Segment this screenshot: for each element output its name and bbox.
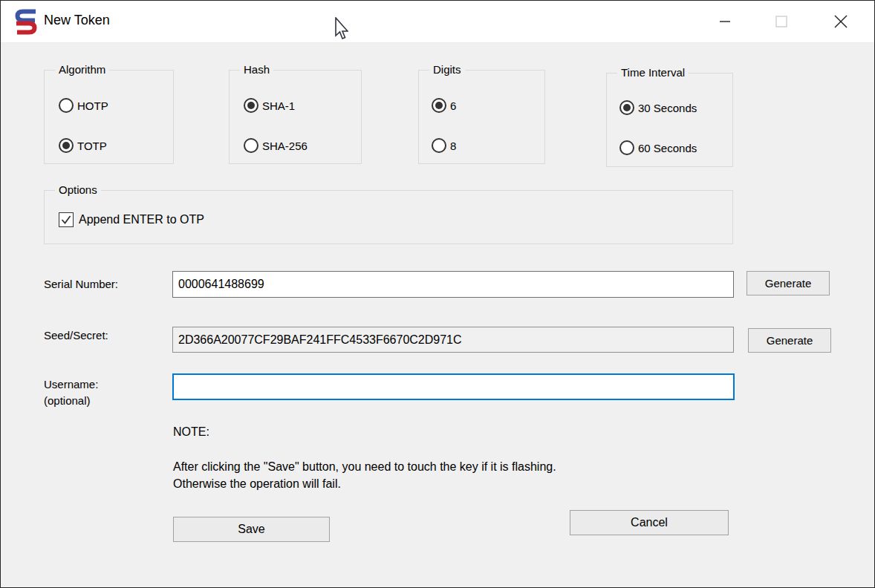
minimize-button[interactable] xyxy=(708,1,742,42)
radio-label-hotp: HOTP xyxy=(77,99,108,112)
app-logo-icon xyxy=(14,8,38,35)
serial-number-input[interactable] xyxy=(172,271,734,298)
options-group-label: Options xyxy=(55,183,101,196)
save-button[interactable]: Save xyxy=(173,517,330,542)
radio-circle-30-seconds xyxy=(619,100,634,115)
radio-label-digits-6: 6 xyxy=(450,99,456,112)
username-label: Username: xyxy=(44,378,98,391)
radio-hotp[interactable]: HOTP xyxy=(59,98,108,113)
checkbox-box xyxy=(59,212,74,227)
radio-label-30-seconds: 30 Seconds xyxy=(638,102,697,114)
username-input[interactable] xyxy=(172,373,735,400)
digits-group-label: Digits xyxy=(429,63,465,76)
note-heading: NOTE: xyxy=(173,425,209,439)
maximize-button xyxy=(764,1,798,42)
append-enter-checkbox[interactable]: Append ENTER to OTP xyxy=(59,212,204,227)
radio-60-seconds[interactable]: 60 Seconds xyxy=(619,140,697,155)
algorithm-group-label: Algorithm xyxy=(55,63,109,76)
radio-circle-sha1 xyxy=(244,98,258,113)
radio-circle-hotp xyxy=(59,98,74,113)
serial-number-label: Serial Number: xyxy=(44,278,118,290)
radio-circle-sha256 xyxy=(244,138,258,153)
note-text: After clicking the "Save" button, you ne… xyxy=(173,458,556,492)
time-interval-group-label: Time Interval xyxy=(617,66,689,79)
radio-sha1[interactable]: SHA-1 xyxy=(244,98,295,113)
hash-group-label: Hash xyxy=(240,63,273,76)
radio-digits-8[interactable]: 8 xyxy=(432,138,456,153)
note-line-2: Otherwise the operation will fail. xyxy=(173,475,556,492)
radio-label-digits-8: 8 xyxy=(450,140,456,152)
radio-circle-digits-8 xyxy=(432,138,446,153)
radio-label-sha1: SHA-1 xyxy=(262,99,295,112)
radio-30-seconds[interactable]: 30 Seconds xyxy=(619,100,697,115)
window-title: New Token xyxy=(44,13,110,28)
cancel-button[interactable]: Cancel xyxy=(570,510,729,535)
minimize-icon xyxy=(719,16,731,27)
note-line-1: After clicking the "Save" button, you ne… xyxy=(173,458,556,475)
generate-seed-button[interactable]: Generate xyxy=(748,328,831,353)
radio-sha256[interactable]: SHA-256 xyxy=(244,138,308,153)
seed-secret-label: Seed/Secret: xyxy=(44,329,108,342)
maximize-icon xyxy=(775,16,787,27)
radio-label-totp: TOTP xyxy=(77,140,107,152)
generate-serial-button[interactable]: Generate xyxy=(746,271,830,295)
seed-secret-input[interactable] xyxy=(172,327,734,353)
close-icon xyxy=(834,15,848,28)
checkmark-icon xyxy=(61,215,71,225)
close-button[interactable] xyxy=(824,1,858,42)
radio-circle-digits-6 xyxy=(432,98,446,113)
radio-digits-6[interactable]: 6 xyxy=(432,98,456,113)
radio-circle-totp xyxy=(59,138,74,153)
new-token-dialog: New Token Algorithm HOTP TOTP Has xyxy=(0,0,875,588)
radio-circle-60-seconds xyxy=(619,140,634,155)
checkbox-label: Append ENTER to OTP xyxy=(79,213,204,226)
title-bar: New Token xyxy=(1,1,874,43)
radio-label-60-seconds: 60 Seconds xyxy=(638,142,697,154)
radio-totp[interactable]: TOTP xyxy=(59,138,107,153)
username-optional-label: (optional) xyxy=(44,394,91,407)
radio-label-sha256: SHA-256 xyxy=(262,140,308,152)
